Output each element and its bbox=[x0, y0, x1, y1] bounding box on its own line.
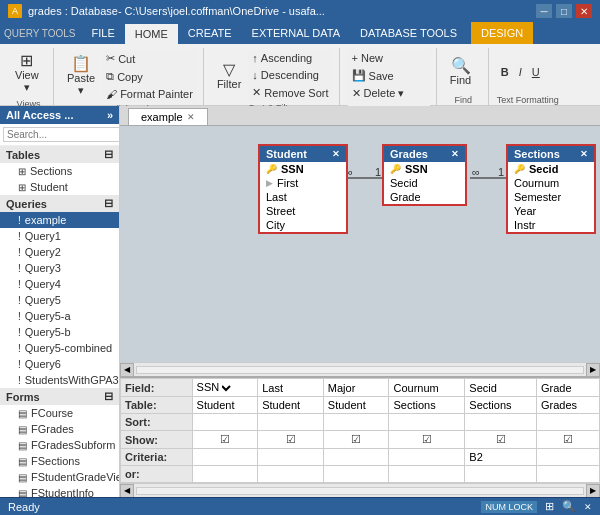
student-field-city[interactable]: City bbox=[260, 218, 346, 232]
nav-item-student[interactable]: ⊞ Student bbox=[0, 179, 119, 195]
filter-button[interactable]: ▽ Filter bbox=[212, 59, 246, 93]
sections-close-icon[interactable]: ✕ bbox=[580, 149, 588, 159]
nav-item-fgrades[interactable]: ▤ FGrades bbox=[0, 421, 119, 437]
student-field-street[interactable]: Street bbox=[260, 204, 346, 218]
new-button[interactable]: + New bbox=[348, 50, 430, 66]
sections-field-year[interactable]: Year bbox=[508, 204, 594, 218]
grid-h-scrollbar[interactable]: ◀ ▶ bbox=[120, 483, 600, 497]
status-icon-layout[interactable]: ⊞ bbox=[545, 500, 554, 513]
italic-button[interactable]: I bbox=[515, 64, 526, 80]
nav-item-fstudentinfo[interactable]: ▤ FStudentInfo bbox=[0, 485, 119, 497]
student-close-icon[interactable]: ✕ bbox=[332, 149, 340, 159]
nav-item-query6[interactable]: ! Query6 bbox=[0, 356, 119, 372]
grid-scroll-track[interactable] bbox=[136, 487, 584, 495]
grid-cell-major-table[interactable]: Student bbox=[323, 397, 389, 414]
field-dropdown-ssn[interactable]: ▾ bbox=[222, 382, 234, 394]
grid-cell-last-table[interactable]: Student bbox=[258, 397, 324, 414]
grid-cell-cournum-sort[interactable] bbox=[389, 414, 465, 431]
grid-cell-secid-or[interactable] bbox=[465, 466, 537, 483]
table-sections[interactable]: Sections ✕ 🔑 Secid Cournum Semester bbox=[506, 144, 596, 234]
grid-cell-cournum-criteria[interactable] bbox=[389, 449, 465, 466]
table-grades[interactable]: Grades ✕ 🔑 SSN Secid Grade bbox=[382, 144, 467, 206]
grid-cell-grade-criteria[interactable] bbox=[536, 449, 599, 466]
nav-item-fgradessubform[interactable]: ▤ FGradesSubform bbox=[0, 437, 119, 453]
grid-cell-cournum-field[interactable]: Cournum bbox=[389, 379, 465, 397]
grid-cell-grade-table[interactable]: Grades bbox=[536, 397, 599, 414]
nav-item-example[interactable]: ! example bbox=[0, 212, 119, 228]
descending-button[interactable]: ↓ Descending bbox=[248, 67, 332, 83]
grid-cell-secid-field[interactable]: Secid bbox=[465, 379, 537, 397]
sections-field-instr[interactable]: Instr bbox=[508, 218, 594, 232]
grid-cell-last-or[interactable] bbox=[258, 466, 324, 483]
grades-field-secid[interactable]: Secid bbox=[384, 176, 465, 190]
nav-item-query4[interactable]: ! Query4 bbox=[0, 276, 119, 292]
grid-cell-last-criteria[interactable] bbox=[258, 449, 324, 466]
grid-cell-grade-show[interactable]: ☑ bbox=[536, 431, 599, 449]
grid-cell-secid-show[interactable]: ☑ bbox=[465, 431, 537, 449]
view-button[interactable]: ⊞ View ▾ bbox=[10, 50, 44, 97]
nav-item-query1[interactable]: ! Query1 bbox=[0, 228, 119, 244]
nav-item-query5[interactable]: ! Query5 bbox=[0, 292, 119, 308]
grid-cell-major-criteria[interactable] bbox=[323, 449, 389, 466]
grid-cell-ssn-show[interactable]: ☑ bbox=[192, 431, 258, 449]
underline-button[interactable]: U bbox=[528, 64, 544, 80]
nav-item-studentsgpa[interactable]: ! StudentsWithGPA30 bbox=[0, 372, 119, 388]
bold-button[interactable]: B bbox=[497, 64, 513, 80]
grid-cell-secid-table[interactable]: Sections bbox=[465, 397, 537, 414]
status-icon-close[interactable]: ✕ bbox=[584, 502, 592, 512]
sections-field-semester[interactable]: Semester bbox=[508, 190, 594, 204]
grid-cell-grade-field[interactable]: Grade bbox=[536, 379, 599, 397]
nav-item-fcourse[interactable]: ▤ FCourse bbox=[0, 405, 119, 421]
cut-button[interactable]: ✂ Cut bbox=[102, 50, 197, 67]
tab-home[interactable]: HOME bbox=[125, 24, 178, 44]
paste-button[interactable]: 📋 Paste ▾ bbox=[62, 53, 100, 100]
delete-button[interactable]: ✕ Delete ▾ bbox=[348, 85, 430, 102]
student-field-ssn[interactable]: 🔑 SSN bbox=[260, 162, 346, 176]
nav-item-query5b[interactable]: ! Query5-b bbox=[0, 324, 119, 340]
nav-section-tables[interactable]: Tables ⊟ bbox=[0, 146, 119, 163]
tab-database-tools[interactable]: DATABASE TOOLS bbox=[350, 22, 467, 44]
design-h-scrollbar[interactable]: ◀ ▶ bbox=[120, 362, 600, 376]
grid-cell-ssn-criteria[interactable] bbox=[192, 449, 258, 466]
find-button[interactable]: 🔍 Find bbox=[445, 55, 476, 89]
ascending-button[interactable]: ↑ Ascending bbox=[248, 50, 332, 66]
grades-field-grade[interactable]: Grade bbox=[384, 190, 465, 204]
grid-cell-grade-or[interactable] bbox=[536, 466, 599, 483]
nav-items-scroll[interactable]: Tables ⊟ ⊞ Sections ⊞ Student Queries ⊟ … bbox=[0, 146, 119, 497]
grid-cell-major-show[interactable]: ☑ bbox=[323, 431, 389, 449]
student-field-last[interactable]: Last bbox=[260, 190, 346, 204]
copy-button[interactable]: ⧉ Copy bbox=[102, 68, 197, 85]
format-painter-button[interactable]: 🖌 Format Painter bbox=[102, 86, 197, 102]
tab-create[interactable]: CREATE bbox=[178, 22, 242, 44]
grid-cell-ssn-table[interactable]: Student bbox=[192, 397, 258, 414]
grid-scroll-left-btn[interactable]: ◀ bbox=[120, 484, 134, 498]
tab-external-data[interactable]: EXTERNAL DATA bbox=[242, 22, 350, 44]
grid-cell-last-field[interactable]: Last bbox=[258, 379, 324, 397]
save-button[interactable]: 💾 Save bbox=[348, 67, 430, 84]
grades-field-ssn[interactable]: 🔑 SSN bbox=[384, 162, 465, 176]
grid-cell-ssn-field[interactable]: SSN ▾ bbox=[192, 379, 258, 397]
grades-close-icon[interactable]: ✕ bbox=[451, 149, 459, 159]
restore-button[interactable]: □ bbox=[556, 4, 572, 18]
tab-file[interactable]: FILE bbox=[82, 22, 125, 44]
tab-close-icon[interactable]: ✕ bbox=[187, 112, 195, 122]
sections-field-secid[interactable]: 🔑 Secid bbox=[508, 162, 594, 176]
nav-section-queries[interactable]: Queries ⊟ bbox=[0, 195, 119, 212]
nav-search-input[interactable] bbox=[3, 127, 120, 142]
grid-cell-secid-sort[interactable] bbox=[465, 414, 537, 431]
nav-item-fsections[interactable]: ▤ FSections bbox=[0, 453, 119, 469]
close-button[interactable]: ✕ bbox=[576, 4, 592, 18]
table-student[interactable]: Student ✕ 🔑 SSN ▶ First Last bbox=[258, 144, 348, 234]
scroll-right-btn[interactable]: ▶ bbox=[586, 363, 600, 377]
grid-cell-grade-sort[interactable] bbox=[536, 414, 599, 431]
nav-item-fstudentgradeview[interactable]: ▤ FStudentGradeView bbox=[0, 469, 119, 485]
scroll-left-btn[interactable]: ◀ bbox=[120, 363, 134, 377]
grid-cell-secid-criteria[interactable]: B2 bbox=[465, 449, 537, 466]
grid-cell-ssn-sort[interactable] bbox=[192, 414, 258, 431]
nav-item-query5a[interactable]: ! Query5-a bbox=[0, 308, 119, 324]
grid-cell-major-or[interactable] bbox=[323, 466, 389, 483]
scroll-track[interactable] bbox=[136, 366, 584, 374]
status-icon-search[interactable]: 🔍 bbox=[562, 500, 576, 513]
nav-section-forms[interactable]: Forms ⊟ bbox=[0, 388, 119, 405]
nav-collapse-icon[interactable]: » bbox=[107, 109, 113, 121]
